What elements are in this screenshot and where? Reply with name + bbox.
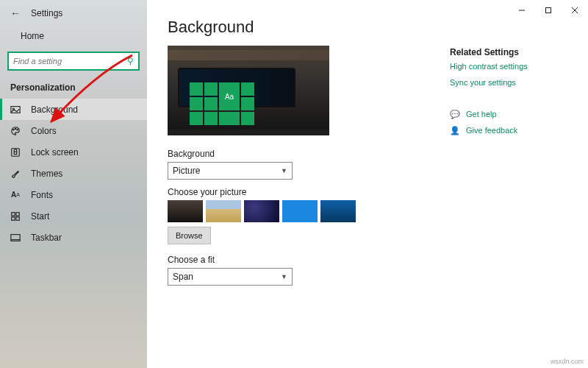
fit-dropdown-label: Choose a fit — [168, 255, 567, 265]
svg-rect-9 — [12, 148, 20, 156]
sidebar-item-start[interactable]: Start — [0, 205, 147, 227]
main-content: Background Aa Background Picture ▼ Choos… — [147, 0, 588, 368]
picture-icon — [10, 105, 21, 115]
picture-thumb[interactable] — [282, 200, 318, 222]
sidebar-item-colors[interactable]: Colors — [0, 120, 147, 141]
svg-rect-13 — [12, 216, 15, 219]
close-button[interactable] — [562, 0, 588, 21]
preview-tile: Aa — [219, 82, 240, 110]
svg-point-7 — [15, 128, 15, 129]
picture-thumbs — [168, 200, 567, 222]
browse-button[interactable]: Browse — [168, 227, 211, 244]
lock-icon — [10, 147, 21, 158]
related-panel: Related Settings High contrast settings … — [450, 47, 567, 141]
svg-rect-12 — [16, 212, 19, 215]
sidebar-item-label: Fonts — [31, 190, 53, 200]
search-field[interactable] — [13, 57, 116, 66]
picture-thumb[interactable] — [206, 200, 241, 222]
svg-point-8 — [17, 129, 18, 130]
sidebar-item-label: Lock screen — [31, 147, 79, 158]
sidebar-item-label: Colors — [31, 126, 57, 136]
palette-icon — [10, 126, 21, 136]
search-input[interactable]: ⚲ — [7, 52, 140, 71]
fit-dropdown-value: Span — [173, 272, 193, 282]
watermark: wsxdn.com — [551, 358, 584, 365]
minimize-button[interactable] — [509, 0, 535, 21]
person-icon: 👤 — [450, 125, 460, 135]
give-feedback-link[interactable]: Give feedback — [466, 126, 517, 135]
svg-rect-1 — [546, 8, 551, 13]
sidebar-item-label: Start — [31, 211, 49, 222]
search-icon: ⚲ — [127, 56, 134, 66]
background-preview: Aa — [168, 46, 329, 135]
sidebar-item-fonts[interactable]: AA Fonts — [0, 184, 147, 205]
svg-point-6 — [13, 129, 14, 130]
maximize-button[interactable] — [535, 0, 562, 21]
picture-thumb[interactable] — [244, 200, 279, 222]
chevron-down-icon: ▼ — [281, 273, 287, 280]
chat-icon: 💬 — [450, 109, 460, 119]
related-link[interactable]: Sync your settings — [450, 78, 567, 87]
bg-dropdown-value: Picture — [173, 166, 200, 176]
sidebar-home[interactable]: Home — [0, 25, 147, 47]
sidebar-item-label: Themes — [31, 169, 62, 179]
bg-dropdown-label: Background — [168, 149, 567, 159]
sidebar: ← Settings Home ⚲ Personalization Backgr… — [0, 0, 147, 368]
picture-thumb[interactable] — [168, 200, 203, 222]
sidebar-home-label: Home — [21, 31, 44, 41]
app-title: Settings — [31, 8, 62, 18]
page-title: Background — [168, 18, 567, 37]
taskbar-icon — [10, 233, 21, 243]
category-header: Personalization — [0, 78, 147, 99]
fit-dropdown[interactable]: Span ▼ — [168, 268, 293, 286]
choose-picture-label: Choose your picture — [168, 187, 567, 197]
sidebar-item-background[interactable]: Background — [0, 99, 147, 120]
sidebar-item-label: Background — [31, 105, 78, 115]
bg-dropdown[interactable]: Picture ▼ — [168, 162, 293, 180]
brush-icon — [10, 169, 21, 179]
svg-rect-14 — [16, 216, 19, 219]
related-link[interactable]: High contrast settings — [450, 62, 567, 71]
sidebar-item-themes[interactable]: Themes — [0, 163, 147, 184]
get-help-link[interactable]: Get help — [466, 110, 497, 118]
sidebar-item-taskbar[interactable]: Taskbar — [0, 227, 147, 248]
sidebar-item-label: Taskbar — [31, 233, 62, 243]
sidebar-item-lockscreen[interactable]: Lock screen — [0, 141, 147, 163]
svg-rect-10 — [14, 152, 17, 155]
start-icon — [10, 211, 21, 222]
chevron-down-icon: ▼ — [281, 167, 287, 174]
related-heading: Related Settings — [450, 47, 567, 57]
font-icon: AA — [10, 190, 21, 200]
back-icon[interactable]: ← — [10, 7, 21, 19]
svg-rect-11 — [12, 212, 15, 215]
picture-thumb[interactable] — [320, 200, 356, 222]
